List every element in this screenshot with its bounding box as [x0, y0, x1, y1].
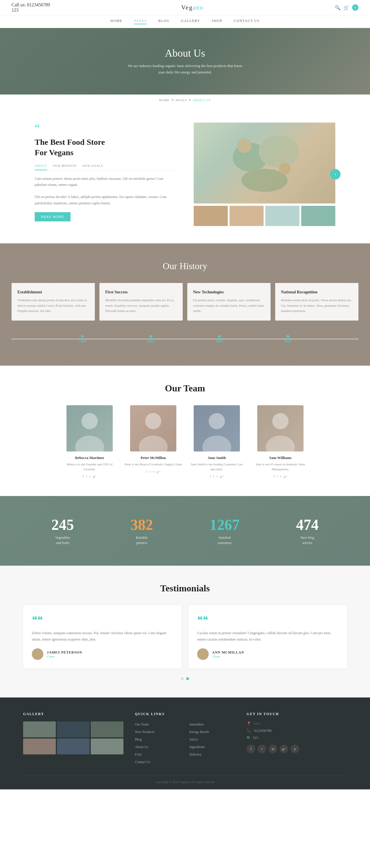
footer-gallery-1[interactable]	[23, 721, 56, 737]
logo[interactable]: Vegano	[181, 4, 204, 11]
social-in[interactable]: ▪	[89, 474, 90, 479]
social-gp[interactable]: g+	[93, 474, 97, 479]
footer-pt[interactable]: p	[290, 745, 299, 753]
tab-about[interactable]: ABOUT	[35, 164, 47, 170]
footer-bottom: Copyright © 2020 Vegano | All rights res…	[23, 775, 347, 784]
footer-gallery-6[interactable]	[91, 739, 123, 754]
team-role-rebecca: Rebecca is the Founder and CEO of Livedr…	[61, 462, 119, 471]
social-tw-3[interactable]: t	[213, 474, 214, 479]
social-in-3[interactable]: ▪	[217, 474, 218, 479]
social-fb-2[interactable]: f	[146, 470, 147, 474]
nav-gallery[interactable]: GALLERY	[181, 19, 200, 24]
social-tw-2[interactable]: t	[150, 470, 151, 474]
link-about[interactable]: About Us	[135, 744, 181, 749]
social-in-4[interactable]: ▪	[280, 474, 281, 479]
nav-home[interactable]: HOME	[111, 19, 122, 24]
history-title: Our History	[11, 261, 359, 271]
author-title-1: Client	[47, 655, 82, 658]
link-new-products[interactable]: New Products	[135, 729, 181, 734]
author-title-2: Client	[212, 655, 244, 658]
nav-shop[interactable]: SHOP	[212, 19, 222, 24]
link-faq[interactable]: FAQ	[135, 751, 181, 757]
social-in-2[interactable]: ▪	[153, 470, 154, 474]
dot-1[interactable]	[181, 677, 184, 680]
dot-2[interactable]	[186, 677, 189, 680]
testimonial-author-2: ANN MCMILLAN Client	[197, 648, 338, 660]
footer-gallery-4[interactable]	[23, 739, 56, 754]
timeline-next[interactable]: next	[352, 337, 359, 341]
search-icon[interactable]: 🔍	[335, 5, 341, 10]
team-role-jane: Jane Smith is our leading Customer Care …	[188, 462, 246, 471]
about-left: “ The Best Food Store For Vegans ABOUT O…	[35, 123, 176, 221]
footer-tw[interactable]: t	[257, 745, 266, 753]
read-more-button[interactable]: READ MORE	[35, 212, 70, 221]
footer-gallery-2[interactable]	[57, 721, 90, 737]
footer-gallery-5[interactable]	[57, 739, 90, 754]
timeline-year-2015: 2015	[284, 339, 292, 344]
link-ingredients[interactable]: Ingredients	[189, 744, 235, 749]
author-avatar-1	[32, 648, 43, 660]
breadcrumb-pages[interactable]: PAGES	[176, 98, 187, 102]
link-our-team[interactable]: Our Team	[135, 721, 181, 727]
footer-in[interactable]: in	[269, 745, 277, 753]
stat-number-customers: 1267	[210, 516, 240, 533]
link-smoothies[interactable]: Smoothies	[189, 721, 235, 727]
social-gp-2[interactable]: g+	[156, 470, 160, 474]
svg-point-4	[279, 163, 290, 175]
history-card-text-2: Mirabilis fructinda patienter imperdere …	[105, 298, 177, 314]
nav-pages[interactable]: PAGES	[134, 19, 147, 24]
history-timeline: prev 1989 2003 2007 2015 next	[11, 329, 359, 348]
breadcrumb-current: ABOUT US	[193, 98, 211, 102]
contact-email-text: 123	[253, 736, 258, 740]
breadcrumb-home[interactable]: HOME	[159, 98, 169, 102]
tab-goals[interactable]: OUR GOALS	[82, 164, 103, 170]
team-member-jane: Jane Smith Jane Smith is our leading Cus…	[188, 405, 246, 479]
history-card-title-2: First Success	[105, 290, 177, 294]
footer-gp[interactable]: g+	[280, 745, 288, 753]
team-name-peter: Peter McMillan	[124, 456, 182, 460]
timeline-prev[interactable]: prev	[11, 337, 18, 341]
link-energy[interactable]: Energy Bowls	[189, 729, 235, 734]
tab-mission[interactable]: OUR MISSION	[53, 164, 76, 170]
link-juices[interactable]: Juices	[189, 737, 235, 742]
team-social-peter: f t ▪ g+	[124, 470, 182, 474]
link-contact[interactable]: Contact Us	[135, 759, 181, 764]
main-nav: HOME PAGES BLOG GALLERY SHOP CONTACT US	[0, 15, 370, 28]
link-blog[interactable]: Blog	[135, 737, 181, 742]
quote-mark: “	[35, 123, 176, 134]
history-card-tech: New Technologies Est primus posit, cessa…	[187, 283, 271, 320]
history-card-title-3: New Technologies	[193, 290, 265, 294]
about-tabs: ABOUT OUR MISSION OUR GOALS	[35, 164, 176, 170]
scroll-next-button[interactable]: ›	[330, 169, 341, 180]
food-thumb-2	[229, 206, 264, 226]
team-role-sam: Sam is our #1 expert in domestic Sales M…	[251, 462, 309, 471]
timeline-dot-2003	[149, 335, 152, 338]
social-gp-4[interactable]: g+	[284, 474, 287, 479]
social-fb-4[interactable]: f	[273, 474, 275, 479]
footer-gallery-3[interactable]	[91, 721, 123, 737]
social-tw-4[interactable]: t	[277, 474, 278, 479]
nav-blog[interactable]: BLOG	[158, 19, 170, 24]
nav-contact[interactable]: CONTACT US	[234, 19, 259, 24]
footer-fb[interactable]: f	[247, 745, 255, 753]
social-gp-3[interactable]: g+	[220, 474, 224, 479]
svg-point-10	[202, 436, 231, 452]
cart-icon[interactable]: 🛒	[343, 5, 349, 10]
phone-icon: 📞	[247, 728, 251, 733]
timeline-line	[11, 339, 359, 339]
social-fb-3[interactable]: f	[210, 474, 211, 479]
stat-number-blog: 474	[296, 516, 318, 533]
testimonial-text-2: Caculas ortum in peritue virundum! Congr…	[197, 630, 338, 643]
topbar: Call us: 0123456789 123 Vegano 🔍 🛒 V	[0, 0, 370, 15]
stat-label-vegetables: Vegetablesand fruits	[52, 535, 74, 546]
about-heading-line1: The Best Food Store	[35, 137, 105, 147]
user-icon[interactable]: V	[352, 4, 359, 11]
social-tw[interactable]: t	[86, 474, 87, 479]
history-card-success: First Success Mirabilis fructinda patien…	[99, 283, 183, 320]
history-card-title-1: Establishment	[17, 290, 89, 294]
link-delivery[interactable]: Delivery	[189, 751, 235, 757]
testimonial-1: ❝❝ Zirbus velums, tanquam camerarius try…	[23, 605, 182, 669]
social-fb[interactable]: f	[83, 474, 84, 479]
team-name-rebecca: Rebecca Martinez	[61, 456, 119, 460]
phone-info: Call us: 0123456789 123	[11, 2, 50, 13]
